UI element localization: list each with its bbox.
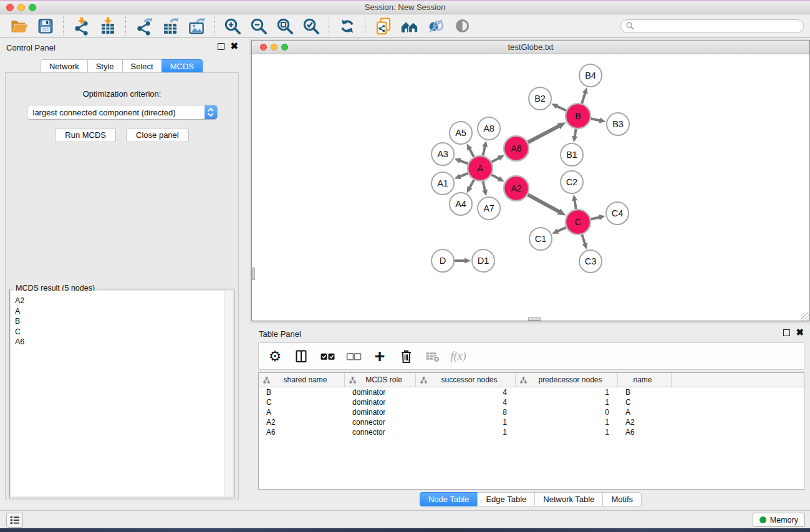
left-splitter-handle[interactable] xyxy=(252,268,255,280)
edge-B-B1[interactable] xyxy=(574,129,576,138)
result-list-item[interactable]: A xyxy=(15,306,233,317)
split-panel-button[interactable] xyxy=(291,347,311,365)
select-all-checkbox-button[interactable] xyxy=(317,347,337,365)
tab-edge-table[interactable]: Edge Table xyxy=(477,492,535,506)
deselect-all-checkbox-button[interactable] xyxy=(344,347,364,365)
memory-button[interactable]: Memory xyxy=(753,513,805,527)
edge-A-A3[interactable] xyxy=(459,160,468,163)
network-window-titlebar: testGlobe.txt xyxy=(252,41,809,54)
result-list-item[interactable]: A6 xyxy=(15,337,233,347)
control-panel: Control Panel ✖ NetworkStyleSelectMCDS O… xyxy=(0,38,243,510)
table-cell: A xyxy=(618,408,672,417)
column-header-predecessor-nodes[interactable]: predecessor nodes xyxy=(516,373,618,387)
list-scrollbar[interactable] xyxy=(224,291,233,496)
edge-B-B3[interactable] xyxy=(591,118,601,120)
edge-A-A8[interactable] xyxy=(483,145,485,155)
table-row[interactable]: Bdominator41B xyxy=(259,387,804,397)
run-mcds-button[interactable]: Run MCDS xyxy=(55,128,116,142)
edge-A-A6[interactable] xyxy=(491,157,499,162)
export-network-button[interactable] xyxy=(131,16,157,37)
zoom-in-button[interactable] xyxy=(219,16,246,37)
minimize-network-icon[interactable] xyxy=(271,44,277,51)
save-session-button[interactable] xyxy=(32,16,59,37)
edge-A6-B[interactable] xyxy=(528,125,560,142)
add-row-button[interactable]: + xyxy=(370,347,390,365)
edge-A-A1[interactable] xyxy=(459,173,468,177)
tab-style[interactable]: Style xyxy=(87,59,123,74)
open-session-button[interactable] xyxy=(6,16,32,37)
task-history-button[interactable] xyxy=(6,513,23,528)
zoom-window-icon[interactable] xyxy=(29,4,36,11)
edge-B-B4[interactable] xyxy=(582,92,586,104)
resize-grip[interactable] xyxy=(801,312,809,321)
tab-select[interactable]: Select xyxy=(122,59,162,74)
network-graph[interactable]: AA1A2A3A4A5A6A7A8BB1B2B3B4CC1C2C3C4DD1 xyxy=(252,54,809,321)
result-list-item[interactable]: A2 xyxy=(15,296,233,306)
node-label-B4: B4 xyxy=(585,70,596,80)
zoom-network-icon[interactable] xyxy=(281,44,288,51)
edge-C-C1[interactable] xyxy=(557,228,566,232)
go-home-button[interactable] xyxy=(397,16,423,37)
table-cell: C xyxy=(618,398,672,407)
result-list-item[interactable]: C xyxy=(15,327,233,337)
export-image-button[interactable] xyxy=(183,16,210,37)
import-table-button[interactable] xyxy=(95,16,121,37)
export-table-button[interactable] xyxy=(157,16,183,37)
edge-arrowhead xyxy=(455,158,461,163)
edge-arrowhead xyxy=(572,136,577,143)
close-panel-button[interactable]: Close panel xyxy=(126,128,189,142)
search-box[interactable] xyxy=(620,19,804,33)
node-table[interactable]: shared nameMCDS rolesuccessor nodesprede… xyxy=(258,372,804,490)
toggle-graphics-details-button[interactable] xyxy=(423,16,449,37)
tab-network[interactable]: Network xyxy=(41,59,88,74)
table-tabs: Node TableEdge TableNetwork TableMotifs xyxy=(251,492,810,506)
tab-network-table[interactable]: Network Table xyxy=(534,492,603,506)
zoom-out-button[interactable] xyxy=(246,16,272,37)
table-row[interactable]: Cdominator41C xyxy=(259,397,804,407)
close-network-icon[interactable] xyxy=(260,44,267,51)
tab-motifs[interactable]: Motifs xyxy=(602,492,642,506)
birds-eye-view-button[interactable] xyxy=(449,16,475,37)
result-list-item[interactable]: B xyxy=(15,316,233,327)
table-cell: dominator xyxy=(345,398,416,407)
column-header-MCDS-role[interactable]: MCDS role xyxy=(345,373,416,387)
tab-mcds[interactable]: MCDS xyxy=(162,59,203,74)
mcds-result-list[interactable]: A2ABCA6 xyxy=(11,291,233,496)
criterion-value: largest connected component (directed) xyxy=(27,108,205,117)
edge-A-A7[interactable] xyxy=(483,181,485,191)
search-input[interactable] xyxy=(637,21,798,31)
edge-A-A2[interactable] xyxy=(491,175,499,179)
network-traffic-lights xyxy=(260,44,288,51)
bottom-splitter-handle[interactable] xyxy=(528,317,541,321)
float-table-panel-icon[interactable] xyxy=(783,329,790,336)
network-canvas[interactable]: AA1A2A3A4A5A6A7A8BB1B2B3B4CC1C2C3C4DD1 xyxy=(252,54,809,321)
minimize-window-icon[interactable] xyxy=(17,4,25,11)
table-row[interactable]: A2connector11A2 xyxy=(259,417,804,427)
toolbar-separator xyxy=(63,17,64,36)
table-row[interactable]: Adominator80A xyxy=(259,407,804,417)
zoom-fit-button[interactable] xyxy=(272,16,298,37)
delete-row-button[interactable] xyxy=(396,347,416,365)
zoom-selected-button[interactable] xyxy=(298,16,324,37)
tab-node-table[interactable]: Node Table xyxy=(420,492,478,506)
column-header-name[interactable]: name xyxy=(618,373,672,387)
column-header-shared-name[interactable]: shared name xyxy=(259,373,345,387)
close-panel-icon[interactable]: ✖ xyxy=(230,42,238,50)
criterion-select[interactable]: largest connected component (directed) xyxy=(27,105,218,120)
table-row[interactable]: A6connector11A6 xyxy=(259,427,804,437)
edge-B-B2[interactable] xyxy=(556,106,566,111)
edge-A-A5[interactable] xyxy=(469,148,474,157)
edge-C-C2[interactable] xyxy=(574,200,576,210)
edge-C-C4[interactable] xyxy=(591,217,600,219)
settings-button[interactable]: ⚙ xyxy=(265,347,285,365)
column-header-successor-nodes[interactable]: successor nodes xyxy=(416,373,516,387)
refresh-button[interactable] xyxy=(334,16,360,37)
clone-network-button[interactable] xyxy=(370,16,397,37)
float-panel-icon[interactable] xyxy=(218,43,224,50)
import-network-button[interactable] xyxy=(69,16,95,37)
close-table-panel-icon[interactable]: ✖ xyxy=(796,329,804,336)
edge-A-A4[interactable] xyxy=(469,180,474,188)
close-window-icon[interactable] xyxy=(6,4,14,11)
edge-A2-C[interactable] xyxy=(528,195,560,212)
edge-C-C3[interactable] xyxy=(582,235,585,244)
